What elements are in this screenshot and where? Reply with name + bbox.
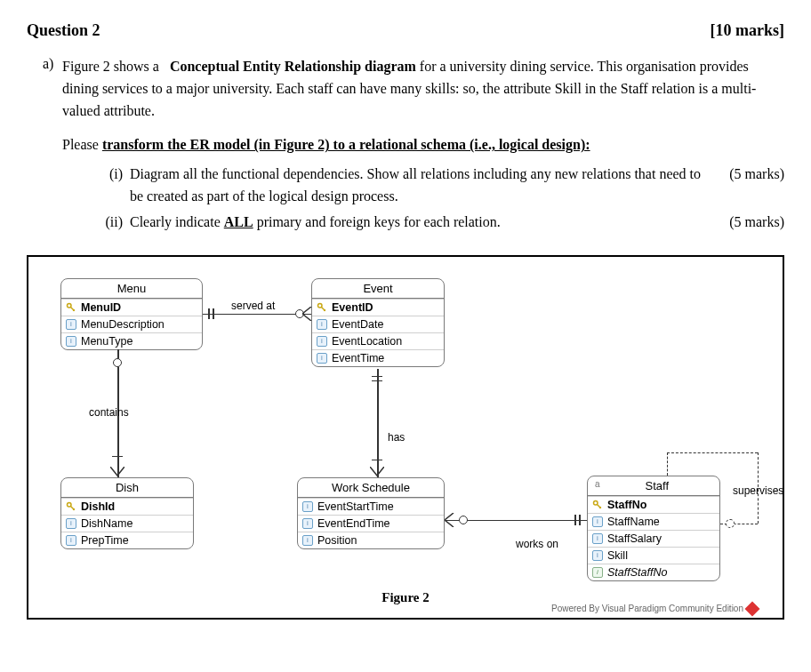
key-icon [65, 500, 77, 513]
attr-preptime: iPrepTime [61, 532, 193, 548]
attr-staffno: StaffNo [588, 496, 719, 513]
zero-circle [113, 358, 122, 367]
er-diagram: Menu MenuID iMenuDescription iMenuType E… [27, 255, 784, 620]
attr-menudescription: iMenuDescription [61, 316, 202, 332]
zero-circle [459, 516, 468, 524]
question-marks: [10 marks] [711, 21, 785, 40]
attr-icon: i [65, 335, 77, 348]
attr-icon: i [301, 500, 314, 513]
attr-skill: iSkill [588, 547, 719, 564]
attr-icon: i [301, 534, 314, 547]
subpart-i: (i) Diagram all the functional dependenc… [98, 164, 784, 208]
rel-line-supervises [667, 452, 758, 453]
crowfoot-icon [370, 467, 384, 477]
crowfoot-icon [302, 307, 313, 321]
attr-eventdate: iEventDate [312, 316, 444, 332]
svg-line-2 [73, 309, 75, 311]
prompt-text: Figure 2 shows a Conceptual Entity Relat… [62, 56, 784, 122]
attr-eventid: EventID [312, 299, 444, 316]
one-tick [574, 515, 576, 525]
rel-contains: contains [89, 406, 129, 419]
one-tick [372, 376, 382, 378]
attr-eventlocation: iEventLocation [312, 332, 444, 349]
attr-icon: i [591, 549, 604, 562]
attr-menuid: MenuID [61, 299, 202, 316]
key-icon [591, 499, 604, 511]
one-tick [213, 308, 214, 319]
crowfoot-icon [110, 467, 124, 477]
rel-works-on: works on [516, 538, 558, 550]
one-tick [208, 308, 210, 319]
prompt-a: a) Figure 2 shows a Conceptual Entity Re… [62, 56, 784, 122]
attr-icon: i [65, 517, 77, 530]
fk-icon: i [591, 566, 604, 579]
question-number: Question 2 [27, 21, 100, 40]
crowfoot-icon [445, 513, 455, 527]
subpart-ii: (ii) Clearly indicate ALL primary and fo… [98, 212, 784, 234]
attr-icon: i [316, 352, 328, 364]
diagram-footer: Powered By Visual Paradigm Community Edi… [551, 604, 758, 614]
attr-icon: i [591, 532, 604, 545]
entity-event: Event EventID iEventDate iEventLocation … [311, 278, 445, 367]
attr-icon: i [65, 318, 77, 331]
attr-icon: i [65, 534, 77, 547]
attr-icon: i [591, 516, 604, 528]
vp-logo-icon [745, 601, 760, 616]
one-tick [372, 380, 382, 382]
attr-icon: i [316, 318, 328, 331]
entity-dish: Dish DishId iDishName iPrepTime [60, 477, 194, 549]
svg-line-11 [599, 507, 601, 508]
entity-title: Menu [61, 279, 202, 299]
entity-menu: Menu MenuID iMenuDescription iMenuType [60, 278, 203, 350]
rel-line-supervises [667, 452, 668, 476]
one-tick [112, 456, 123, 458]
entity-title: Work Schedule [298, 478, 444, 498]
zero-circle [726, 519, 735, 528]
part-letter: a) [43, 56, 53, 72]
attr-eventend: iEventEndTime [298, 515, 444, 532]
one-tick [579, 515, 581, 525]
instruction: Please transform the ER model (in Figure… [62, 134, 784, 156]
attr-menutype: iMenuType [61, 332, 202, 349]
key-icon [65, 301, 77, 314]
question-header: Question 2 [10 marks] [27, 21, 784, 40]
entity-title: Event [312, 279, 444, 299]
svg-line-5 [324, 309, 325, 311]
key-icon [316, 301, 328, 314]
attr-dishid: DishId [61, 498, 193, 515]
entity-title: aStaff [588, 476, 719, 496]
entity-work-schedule: Work Schedule iEventStartTime iEventEndT… [297, 477, 445, 549]
attr-staffstaffno: iStaffStaffNo [588, 564, 719, 580]
one-tick [372, 460, 382, 461]
attr-icon: i [301, 517, 314, 530]
entity-title: Dish [61, 478, 193, 498]
subparts: (i) Diagram all the functional dependenc… [98, 164, 784, 233]
attr-position: iPosition [298, 532, 444, 548]
svg-line-8 [73, 508, 75, 510]
attr-staffsalary: iStaffSalary [588, 530, 719, 547]
rel-has: has [388, 431, 405, 444]
attr-staffname: iStaffName [588, 513, 719, 530]
attr-eventtime: iEventTime [312, 349, 444, 366]
attr-icon: i [316, 335, 328, 348]
rel-line-has [377, 369, 379, 477]
entity-staff: aStaff StaffNo iStaffName iStaffSalary i… [587, 476, 720, 581]
attr-eventstart: iEventStartTime [298, 498, 444, 515]
attr-dishname: iDishName [61, 515, 193, 532]
rel-supervises: supervises [733, 484, 783, 497]
rel-served-at: served at [231, 300, 275, 312]
